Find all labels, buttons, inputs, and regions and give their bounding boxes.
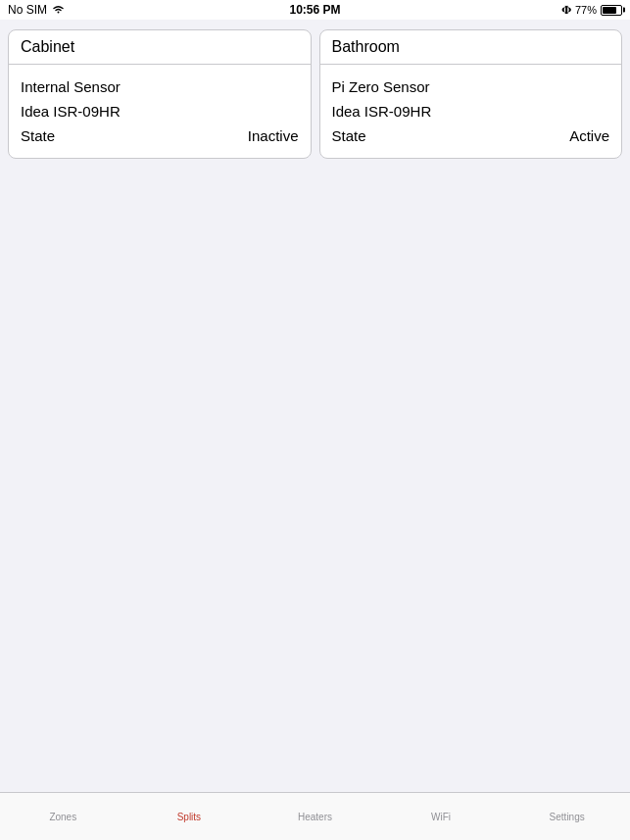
tab-wifi-label: WiFi xyxy=(431,812,451,822)
battery-icon xyxy=(601,5,622,16)
bathroom-row-2-value: Active xyxy=(569,127,609,144)
status-bar-left: No SIM xyxy=(8,3,66,18)
bathroom-row-1-label: Idea ISR-09HR xyxy=(332,103,432,120)
cabinet-card-body: Internal Sensor Idea ISR-09HR State Inac… xyxy=(9,65,311,158)
bathroom-row-0: Pi Zero Sensor xyxy=(332,74,610,99)
cabinet-card[interactable]: Cabinet Internal Sensor Idea ISR-09HR St… xyxy=(8,29,312,159)
bathroom-card[interactable]: Bathroom Pi Zero Sensor Idea ISR-09HR St… xyxy=(319,29,623,159)
main-content: Cabinet Internal Sensor Idea ISR-09HR St… xyxy=(0,20,630,792)
tab-wifi[interactable]: WiFi xyxy=(378,793,505,840)
cabinet-row-2-label: State xyxy=(21,127,55,144)
bathroom-card-body: Pi Zero Sensor Idea ISR-09HR State Activ… xyxy=(320,65,622,158)
tab-zones[interactable]: Zones xyxy=(0,793,126,840)
tab-heaters[interactable]: Heaters xyxy=(252,793,378,840)
cabinet-row-0-label: Internal Sensor xyxy=(21,78,121,95)
bathroom-row-2-label: State xyxy=(332,127,366,144)
cabinet-row-0: Internal Sensor xyxy=(21,74,299,99)
cabinet-row-1: Idea ISR-09HR xyxy=(21,99,299,124)
tab-bar: Zones Splits Heaters WiFi Settings xyxy=(0,792,630,840)
bathroom-card-header: Bathroom xyxy=(320,30,622,65)
wifi-icon xyxy=(51,3,66,18)
cabinet-row-1-label: Idea ISR-09HR xyxy=(21,103,121,120)
tab-zones-label: Zones xyxy=(49,812,76,822)
cabinet-row-2-value: Inactive xyxy=(248,127,299,144)
bathroom-row-1: Idea ISR-09HR xyxy=(332,99,610,124)
tab-settings[interactable]: Settings xyxy=(504,793,630,840)
tab-heaters-label: Heaters xyxy=(298,812,332,822)
status-bar: No SIM 10:56 PM 𝚽 77% xyxy=(0,0,630,20)
status-bar-time: 10:56 PM xyxy=(289,3,340,17)
bathroom-row-0-label: Pi Zero Sensor xyxy=(332,78,430,95)
tab-splits-label: Splits xyxy=(177,812,201,822)
tab-settings-label: Settings xyxy=(550,812,585,822)
bluetooth-icon: 𝚽 xyxy=(561,3,571,17)
carrier-label: No SIM xyxy=(8,3,47,17)
cabinet-card-header: Cabinet xyxy=(9,30,311,65)
status-bar-right: 𝚽 77% xyxy=(561,3,622,17)
cabinet-row-2: State Inactive xyxy=(21,124,299,148)
bathroom-row-2: State Active xyxy=(332,124,610,148)
battery-percentage: 77% xyxy=(575,4,597,16)
tab-splits[interactable]: Splits xyxy=(126,793,253,840)
